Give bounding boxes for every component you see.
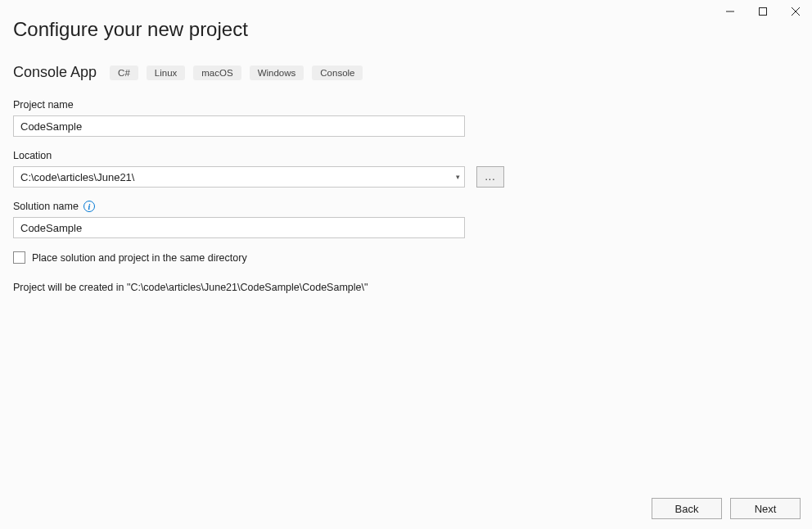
window-minimize-button[interactable] — [714, 0, 747, 23]
window-maximize-button[interactable] — [747, 0, 779, 23]
svg-rect-1 — [760, 8, 767, 16]
template-tag: Linux — [147, 66, 186, 80]
same-directory-checkbox[interactable] — [13, 251, 25, 264]
template-tag: Console — [312, 66, 363, 80]
same-directory-label: Place solution and project in the same d… — [32, 252, 247, 264]
window-close-button[interactable] — [779, 0, 812, 23]
info-icon[interactable]: i — [83, 201, 95, 212]
browse-button[interactable]: ... — [476, 166, 504, 188]
template-tag: macOS — [193, 66, 241, 80]
back-button[interactable]: Back — [652, 498, 722, 519]
minimize-icon — [726, 7, 734, 16]
solution-name-input[interactable] — [13, 217, 465, 238]
project-name-input[interactable] — [13, 115, 465, 137]
project-path-summary: Project will be created in "C:\code\arti… — [13, 282, 799, 293]
location-label: Location — [13, 150, 799, 161]
template-name: Console App — [13, 64, 97, 81]
template-tag: C# — [110, 66, 138, 80]
close-icon — [792, 7, 800, 16]
maximize-icon — [759, 7, 767, 16]
page-title: Configure your new project — [13, 18, 799, 41]
solution-name-label: Solution name — [13, 201, 79, 212]
template-header: Console App C# Linux macOS Windows Conso… — [13, 64, 799, 81]
template-tag: Windows — [250, 66, 304, 80]
next-button[interactable]: Next — [730, 498, 801, 519]
location-input[interactable] — [13, 166, 465, 188]
project-name-label: Project name — [13, 99, 799, 111]
